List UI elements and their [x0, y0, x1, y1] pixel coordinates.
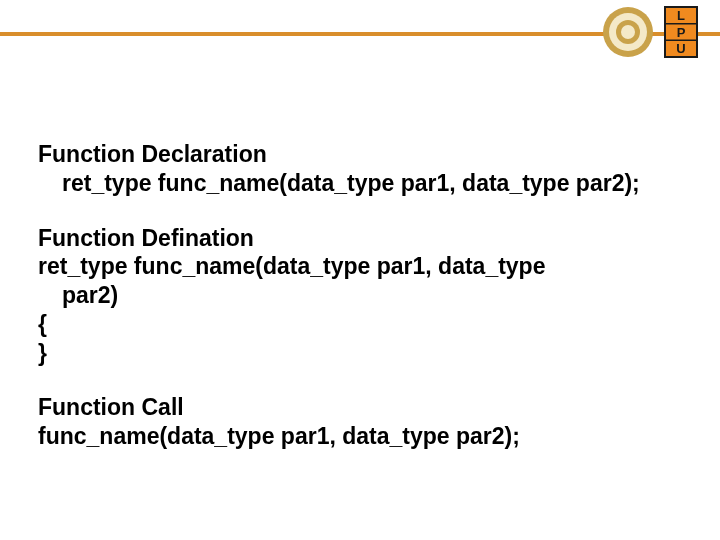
code-line: }	[38, 339, 682, 368]
section-definition: Function Defination ret_type func_name(d…	[38, 224, 682, 368]
section-call: Function Call func_name(data_type par1, …	[38, 393, 682, 451]
section-declaration: Function Declaration ret_type func_name(…	[38, 140, 682, 198]
lpu-letter-l: L	[677, 8, 685, 23]
lpu-letter-p: P	[677, 25, 686, 40]
code-line: {	[38, 310, 682, 339]
lpu-logo-icon: L P U	[664, 6, 698, 58]
section-heading: Function Defination	[38, 224, 682, 253]
code-line: ret_type func_name(data_type par1, data_…	[38, 169, 682, 198]
code-line: par2)	[38, 281, 682, 310]
slide-content: Function Declaration ret_type func_name(…	[38, 140, 682, 477]
section-heading: Function Declaration	[38, 140, 682, 169]
university-seal-icon	[602, 6, 654, 58]
svg-point-3	[621, 25, 635, 39]
section-heading: Function Call	[38, 393, 682, 422]
code-line: func_name(data_type par1, data_type par2…	[38, 422, 682, 451]
lpu-letter-u: U	[676, 41, 685, 56]
code-line: ret_type func_name(data_type par1, data_…	[38, 252, 682, 281]
